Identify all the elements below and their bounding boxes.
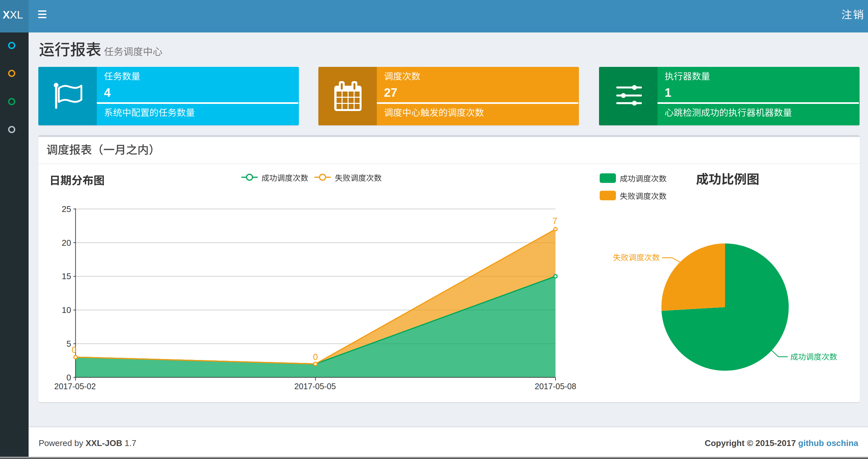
svg-text:20: 20	[62, 238, 71, 248]
svg-text:0: 0	[71, 345, 76, 355]
svg-text:2017-05-02: 2017-05-02	[54, 382, 96, 391]
svg-text:25: 25	[62, 204, 71, 214]
svg-text:27: 27	[384, 86, 397, 99]
svg-text:10: 10	[62, 305, 71, 315]
svg-text:0: 0	[67, 373, 71, 383]
svg-text:Powered by XXL-JOB 1.7: Powered by XXL-JOB 1.7	[39, 438, 136, 448]
svg-text:15: 15	[62, 271, 71, 281]
svg-text:4: 4	[104, 86, 111, 99]
svg-text:2017-05-08: 2017-05-08	[535, 382, 576, 391]
svg-text:5: 5	[67, 339, 71, 349]
svg-text:7: 7	[552, 216, 557, 226]
svg-text:1: 1	[664, 86, 672, 99]
svg-text:2017-05-05: 2017-05-05	[294, 382, 336, 391]
svg-text:0: 0	[313, 352, 318, 362]
svg-text:Copyright © 2015-2017 github: Copyright © 2015-2017 github oschina	[705, 438, 858, 448]
